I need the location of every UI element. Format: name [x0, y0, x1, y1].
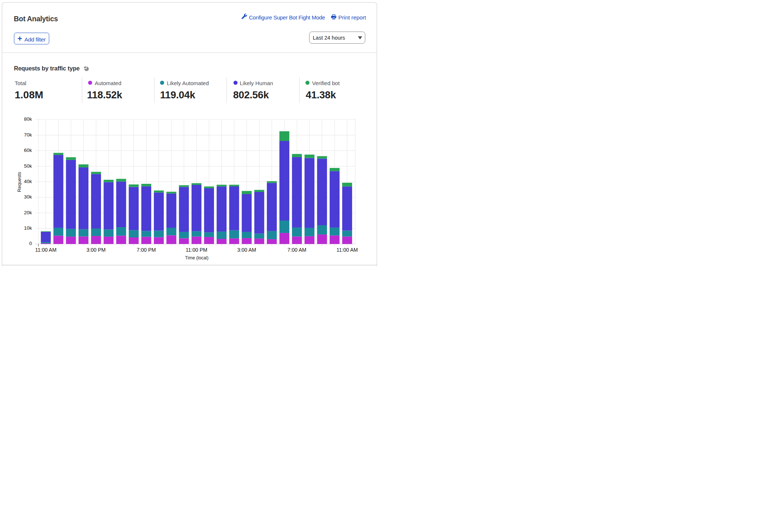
svg-text:3:00 PM: 3:00 PM: [87, 247, 106, 253]
svg-text:20k: 20k: [24, 210, 32, 215]
svg-text:80k: 80k: [24, 116, 32, 122]
svg-text:11:00 AM: 11:00 AM: [35, 247, 57, 253]
svg-text:0: 0: [29, 241, 32, 246]
svg-text:40k: 40k: [24, 179, 32, 184]
svg-text:7:00 AM: 7:00 AM: [287, 247, 306, 253]
svg-text:Time (local): Time (local): [185, 255, 209, 260]
svg-text:7:00 PM: 7:00 PM: [137, 247, 156, 253]
svg-text:10k: 10k: [24, 225, 32, 231]
svg-text:Requests: Requests: [17, 172, 22, 192]
svg-text:30k: 30k: [24, 194, 32, 200]
svg-text:60k: 60k: [24, 147, 32, 153]
svg-text:11:00 PM: 11:00 PM: [186, 247, 207, 253]
svg-text:70k: 70k: [24, 132, 32, 138]
svg-text:3:00 AM: 3:00 AM: [237, 247, 256, 253]
svg-text:50k: 50k: [24, 163, 32, 169]
svg-text:11:00 AM: 11:00 AM: [337, 247, 358, 253]
